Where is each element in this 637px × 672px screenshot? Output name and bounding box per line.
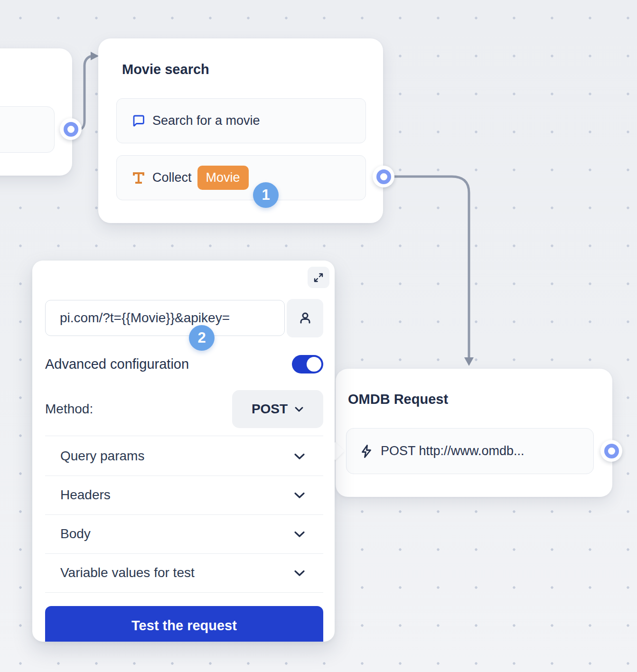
chevron-down-icon [294, 492, 323, 499]
method-dropdown[interactable]: POST [232, 390, 323, 428]
webhook-block[interactable]: POST http://www.omdb... [346, 428, 594, 474]
section-query-params[interactable]: Query params [45, 437, 323, 476]
output-port-movie-node[interactable] [373, 166, 394, 187]
webhook-config-panel: pi.com/?t={{Movie}}&apikey= Advanced con… [32, 261, 335, 642]
partial-left-node-item[interactable] [0, 106, 55, 153]
expand-button[interactable] [308, 267, 329, 288]
divider [45, 592, 323, 593]
movie-search-node[interactable]: Movie search Search for a movie Collect … [98, 38, 383, 223]
chevron-down-icon [294, 453, 323, 460]
method-value: POST [252, 401, 288, 417]
section-label: Query params [45, 448, 144, 464]
test-request-button[interactable]: Test the request [45, 606, 323, 642]
advanced-configuration-label: Advanced configuration [45, 356, 189, 372]
toggle-knob [307, 357, 321, 372]
section-headers[interactable]: Headers [45, 476, 323, 514]
method-label: Method: [45, 401, 93, 417]
omdb-request-node[interactable]: OMDB Request POST http://www.omdb... [336, 369, 612, 497]
connector-movie-to-omdb [390, 177, 469, 357]
divider [45, 436, 323, 436]
variable-badge[interactable]: Movie [197, 166, 249, 190]
advanced-configuration-toggle[interactable] [292, 355, 323, 373]
section-label: Headers [45, 487, 111, 503]
url-value: pi.com/?t={{Movie}}&apikey= [46, 310, 230, 326]
partial-left-node[interactable] [0, 48, 72, 176]
node-title: Movie search [122, 62, 209, 77]
section-body[interactable]: Body [45, 514, 323, 553]
arrowhead-down [464, 357, 474, 366]
port-ring [64, 122, 78, 137]
lightning-icon [359, 444, 374, 459]
collect-block[interactable]: Collect Movie [116, 155, 366, 200]
chevron-down-icon [294, 569, 323, 577]
person-icon [297, 310, 313, 327]
question-block[interactable]: Search for a movie [116, 98, 366, 143]
flow-canvas: Movie search Search for a movie Collect … [0, 0, 637, 672]
output-port-omdb-node[interactable] [600, 440, 622, 462]
person-button[interactable] [287, 299, 323, 337]
chevron-down-icon [294, 531, 323, 538]
port-ring [376, 169, 391, 184]
output-port-left-node[interactable] [60, 118, 82, 140]
webhook-label: POST http://www.omdb... [381, 444, 525, 458]
port-ring [604, 444, 619, 458]
step-badge-1: 1 [253, 182, 279, 208]
chevron-down-icon [294, 406, 304, 412]
question-label: Search for a movie [152, 113, 260, 128]
text-T-icon [131, 170, 146, 186]
connector-into-movie-node [75, 56, 94, 129]
arrowhead-right [91, 52, 99, 60]
expand-diagonal-icon [312, 271, 325, 284]
section-label: Variable values for test [45, 565, 195, 580]
node-title: OMDB Request [348, 392, 448, 407]
section-variable-values[interactable]: Variable values for test [45, 553, 323, 592]
step-badge-2: 2 [189, 325, 215, 351]
collect-label: Collect [152, 170, 192, 185]
chat-bubble-icon [131, 113, 146, 129]
url-input[interactable]: pi.com/?t={{Movie}}&apikey= [45, 300, 285, 336]
section-label: Body [45, 526, 91, 541]
